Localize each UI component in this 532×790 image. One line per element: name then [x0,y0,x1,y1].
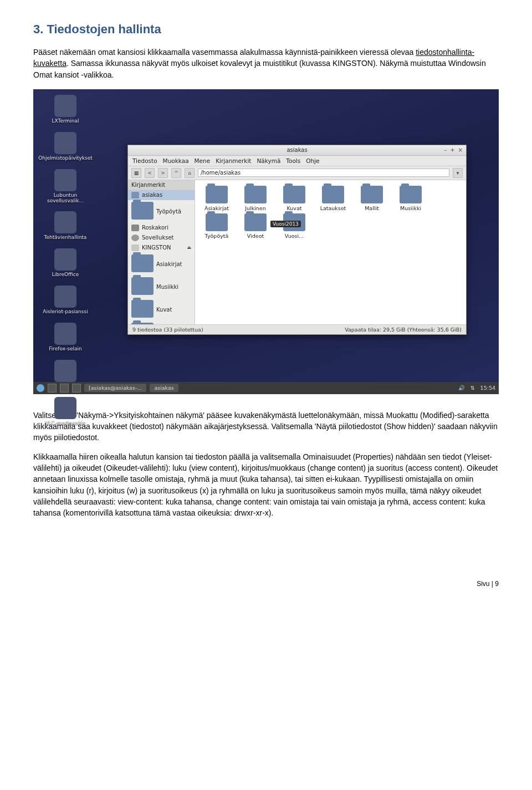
up-icon[interactable]: ^ [171,168,181,178]
folder-icon [244,213,267,231]
desktop-icon-label: VLC-mediasoitin [45,421,85,426]
desktop-icon-label: Firefox-selain [49,346,81,352]
maximize-icon[interactable]: + [450,147,454,153]
bm-trash-icon [131,225,139,231]
sidebar-header: Kirjanmerkit [128,180,195,190]
desktop-icon-label: Aisleriot-pasianssi [43,309,88,315]
menu-tools[interactable]: Tools [286,157,300,164]
bm-home[interactable]: asiakas [128,190,195,200]
bm-kingston-icon [131,244,139,251]
bm-apps[interactable]: Sovellukset [128,233,195,243]
bm-pics[interactable]: Kuvat [128,298,195,321]
menu-ohje[interactable]: Ohje [306,157,319,164]
menubar: TiedostoMuokkaaMeneKirjanmerkitNäkymäToo… [128,156,466,166]
firefox-icon[interactable]: Firefox-selain [38,323,93,352]
folder-item[interactable]: Musiikki [392,186,429,211]
folder-item[interactable]: Lataukset [315,186,351,211]
close-icon[interactable]: × [458,147,463,153]
bm-pics-icon [131,300,154,318]
bm-music-icon [131,277,154,295]
lxterminal-icon-box [54,95,76,117]
folder-label: Vuosi... [285,233,304,239]
menu-mene[interactable]: Mene [195,157,211,164]
folder-icon [244,186,267,203]
intro-text-a: Pääset näkemään omat kansiosi klikkaamal… [33,48,416,57]
folder-icon [283,186,305,203]
eject-icon[interactable]: ⏏ [187,245,191,250]
task-terminal[interactable]: [asiakas@asiakas-... [84,384,146,392]
paragraph-2: Valitsemalla 'Näkymä->Yksityiskohtainen … [33,410,499,444]
desktop-icon-label: LibreOffice [52,272,79,278]
folder-item[interactable]: Työpöytä [198,213,235,239]
aisleriot-icon[interactable]: Aisleriot-pasianssi [38,286,93,315]
path-input[interactable]: /home/asiakas [198,169,449,177]
menu-kirjanmerkit[interactable]: Kirjanmerkit [216,157,251,164]
taskbar: [asiakas@asiakas-... asiakas 🔊 ⇅ 15:54 [33,382,499,394]
software-updates-icon[interactable]: Ohjelmistopäivitykset [38,132,93,161]
desktop-icon-label: Tehtävienhallinta [44,235,87,241]
bookmark-label: asiakas [142,192,162,198]
file-content-area[interactable]: AsiakirjatJulkinenKuvatLatauksetMallitMu… [195,180,466,324]
menu-muokkaa[interactable]: Muokkaa [163,157,189,164]
filemanager-window: asiakas – + × TiedostoMuokkaaMeneKirjanm… [127,145,467,335]
sidebar: Kirjanmerkit asiakasTyöpöytäRoskakoriSov… [128,180,195,324]
task-filemanager-label: asiakas [154,385,173,391]
bm-desktop-icon [131,202,154,220]
bm-videos-icon [131,323,154,324]
firefox-icon-box [54,323,76,345]
folder-item[interactable]: Julkinen [237,186,274,211]
bm-music[interactable]: Musiikki [128,276,195,298]
task-terminal-label: [asiakas@asiakas-... [89,385,142,391]
bm-trash[interactable]: Roskakori [128,223,195,233]
libreoffice-icon[interactable]: LibreOffice [38,248,93,278]
folder-item[interactable]: Videot [237,213,274,239]
newtab-icon[interactable]: ▦ [131,168,141,178]
page-footer: Sivu | 9 [33,580,499,588]
menu-näkymä[interactable]: Näkymä [257,157,280,164]
task-filemanager[interactable]: asiakas [150,384,178,392]
bm-docs[interactable]: Asiakirjat [128,253,195,276]
volume-icon[interactable]: 🔊 [458,385,465,391]
network-icon[interactable]: ⇅ [470,385,475,391]
folder-label: Asiakirjat [204,205,229,211]
forward-icon[interactable]: > [158,168,168,178]
folder-item[interactable]: Asiakirjat [198,186,235,211]
titlebar[interactable]: asiakas – + × [128,145,466,156]
statusbar: 9 tiedostoa (33 piilotettua) Vapaata til… [128,324,466,334]
desktop-screenshot: LXTerminalOhjelmistopäivityksetLubuntun … [33,89,499,394]
intro-paragraph: Pääset näkemään omat kansiosi klikkaamal… [33,47,499,80]
aisleriot-icon-box [54,286,76,308]
home-icon[interactable]: ⌂ [185,168,195,178]
tooltip: Vuosi2013 [270,221,301,227]
bm-desktop[interactable]: Työpöytä [128,200,195,223]
vlc-icon[interactable]: VLC-mediasoitin [38,397,93,426]
lxterminal-icon[interactable]: LXTerminal [38,95,93,124]
bm-apps-icon [131,235,139,241]
folder-icon [206,213,228,231]
folder-icon [400,186,422,203]
status-right: Vapaata tilaa: 29,5 GiB (Yhteensä: 35,6 … [345,327,462,333]
taskmgr-icon[interactable]: Tehtävienhallinta [38,211,93,241]
folder-label: Musiikki [400,205,421,211]
back-icon[interactable]: < [145,168,155,178]
folder-label: Lataukset [320,205,346,211]
minimize-icon[interactable]: – [444,147,447,153]
filemanager-launcher-icon[interactable] [48,384,57,393]
clock[interactable]: 15:54 [480,385,495,391]
start-button-icon[interactable] [37,384,44,392]
showdesktop-icon[interactable] [72,384,81,393]
folder-item[interactable]: Kuvat [276,186,313,211]
browser-launcher-icon[interactable] [60,384,69,393]
bookmark-label: Sovellukset [142,235,174,241]
go-icon[interactable]: ▾ [453,168,463,178]
intro-text-b: . Samassa ikkunassa näkyvät myös ulkoise… [33,59,486,79]
folder-item[interactable]: Mallit [354,186,390,211]
menu-tiedosto[interactable]: Tiedosto [132,157,157,164]
folder-label: Julkinen [245,205,266,211]
chromium-icon-box [54,360,76,382]
lubuntu-appmenu-icon[interactable]: Lubuntun sovellusvalik... [38,169,93,204]
bookmark-label: Asiakirjat [156,261,182,267]
bm-kingston[interactable]: KINGSTON⏏ [128,243,195,253]
software-updates-icon-box [54,132,76,154]
bm-videos[interactable]: Videot [128,321,195,324]
